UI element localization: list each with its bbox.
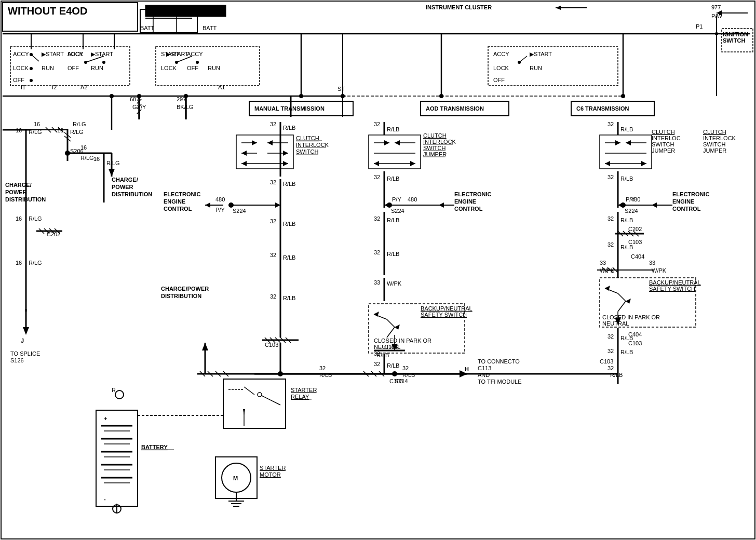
wire-rlg-horiz: R/LG xyxy=(73,121,86,127)
starter-motor-label-2: MOTOR xyxy=(260,471,281,478)
off-label-m: OFF xyxy=(187,65,198,71)
wire-py-c6: P/Y xyxy=(626,196,635,203)
svg-marker-50 xyxy=(23,327,29,335)
wire-32-aod-2: 32 xyxy=(374,174,380,180)
closed-park-label-aod: CLOSED IN PARK OR xyxy=(374,338,431,344)
switch-aod-1: SWITCH xyxy=(423,145,446,151)
r-label: R xyxy=(112,387,116,393)
battery-label: BATTERY xyxy=(141,444,168,450)
svg-point-13 xyxy=(30,67,33,70)
svg-point-100 xyxy=(258,393,262,397)
c113-label: C113 xyxy=(478,365,491,371)
lock-label-r: LOCK xyxy=(493,65,509,71)
backup-sw-c6-2: SAFETY SWITCH xyxy=(649,286,695,292)
svg-marker-173 xyxy=(605,161,610,166)
wire-33-c404: 33 xyxy=(649,260,655,266)
wire-32-c6-6: 32 xyxy=(608,348,614,354)
wire-33-c6: 33 xyxy=(600,260,606,266)
wire-16-label-4: 16 xyxy=(16,215,22,222)
svg-line-157 xyxy=(387,327,395,338)
svg-marker-178 xyxy=(652,203,657,208)
c103-label-aod: C103 xyxy=(389,378,403,384)
wire-rlb-aod-5: R/LB xyxy=(387,362,399,369)
battery-neg: - xyxy=(104,496,106,502)
backup-sw-label-aod-1: BACKUP/NEUTRAL xyxy=(421,305,473,312)
eec-label-l1: ELECTRONIC xyxy=(164,191,201,197)
eec-label-l3: CONTROL xyxy=(164,206,192,212)
wire-rlg-vert-2: R/LG xyxy=(106,160,120,166)
to-connector-label: TO CONNECTO xyxy=(478,358,520,365)
off-label-l: OFF xyxy=(13,77,24,83)
svg-marker-139 xyxy=(410,161,415,166)
wire-rlb-c6-3: R/LB xyxy=(620,217,633,223)
wire-rlb-c6-1: R/LB xyxy=(620,126,633,132)
clutch-aod-1: CLUTCH xyxy=(423,132,447,139)
wire-wpk-c6: W/PK xyxy=(600,267,615,274)
a2-label: A2 xyxy=(80,84,87,90)
charge-dist-r-3: DISTRIBUTION xyxy=(112,191,152,197)
interlock-label-m1: INTERLOCK xyxy=(296,142,329,148)
wire-rlb-c103-aod: R/LB xyxy=(376,352,389,358)
charge-dist-r-1: CHARGE/ xyxy=(112,177,138,183)
svg-point-219 xyxy=(110,94,114,98)
s224-label-c6: S224 xyxy=(625,208,638,214)
svg-marker-198 xyxy=(626,299,631,304)
off-label-l2: OFF xyxy=(68,65,79,71)
wire-rlb-aod-1: R/LB xyxy=(387,126,399,132)
eec-r-label-2: ENGINE xyxy=(454,198,476,205)
interlock-c6-1: INTERLOC xyxy=(652,135,681,141)
eec-c6-label-1: ELECTRONIC xyxy=(672,191,710,197)
hot-label: HOT AT ALL TIMES xyxy=(148,8,200,14)
svg-point-18 xyxy=(196,61,199,64)
wire-33-aod: 33 xyxy=(374,279,380,286)
svg-marker-61 xyxy=(283,151,288,156)
st-label: ST xyxy=(338,86,345,92)
svg-line-99 xyxy=(244,387,254,395)
wire-wpk-aod: W/PK xyxy=(387,280,402,287)
wire-16-horiz: 16 xyxy=(34,121,40,127)
svg-marker-135 xyxy=(395,140,400,145)
wire-480-aod: 480 xyxy=(408,196,417,203)
jumper-c6-detected: JUMPER xyxy=(703,147,726,154)
eec-c6-label-2: ENGINE xyxy=(672,198,694,205)
charge-dist-2-label-1: CHARGE/POWER xyxy=(161,286,209,292)
wire-rlb-c6-6: R/LB xyxy=(620,349,633,355)
charge-dist-r-2: POWER xyxy=(112,184,133,190)
c404-bot-label: C404 xyxy=(628,331,642,338)
instrument-cluster-label: INSTRUMENT CLUSTER xyxy=(426,4,492,10)
eec-r-label-3: CONTROL xyxy=(454,206,483,212)
closed-park-c6-1: CLOSED IN PARK OR xyxy=(602,314,660,320)
backup-sw-label-aod-2: SAFETY SWITCH xyxy=(421,312,467,318)
svg-point-14 xyxy=(30,79,33,82)
switch-c6-detected: SWITCH xyxy=(703,141,725,147)
svg-marker-174 xyxy=(641,161,646,166)
wire-rlb-aod-4: R/LB xyxy=(387,251,399,257)
wire-32-c6-4: 32 xyxy=(608,241,614,248)
off-label-r: OFF xyxy=(493,77,505,83)
i2-label: I2 xyxy=(52,84,57,90)
accy-label-l3: ACCY xyxy=(68,51,84,57)
svg-marker-63 xyxy=(241,161,247,166)
backup-sw-c6-1: BACKUP/NEUTRAL xyxy=(649,279,701,286)
s224-label-1: S224 xyxy=(233,208,246,214)
start-label-r: ▶START xyxy=(530,51,552,57)
h-connector: H xyxy=(465,366,469,372)
svg-line-197 xyxy=(618,301,626,312)
wire-rlb-c103-c6: R/LB xyxy=(610,372,623,378)
eec-c6-label-3: CONTROL xyxy=(672,206,701,212)
accy-label-l: ACCY xyxy=(13,51,29,57)
switch-c6-1: SWITCH xyxy=(652,141,674,147)
starter-motor-label-1: STARTER xyxy=(260,465,286,471)
wire-16-label-5: 16 xyxy=(16,260,22,266)
svg-point-106 xyxy=(115,390,124,399)
svg-point-239 xyxy=(102,61,105,64)
svg-line-156 xyxy=(387,319,395,327)
wire-32-c6-2: 32 xyxy=(608,174,614,180)
wire-32-aod-4: 32 xyxy=(374,249,380,255)
i1-label: I1 xyxy=(21,84,25,90)
svg-line-196 xyxy=(618,293,626,301)
run-label-m: RUN xyxy=(208,65,220,71)
jumper-c6-1: JUMPER xyxy=(652,147,675,154)
start-label-m2: ▶START xyxy=(166,51,188,57)
eec-label-l2: ENGINE xyxy=(164,198,185,205)
